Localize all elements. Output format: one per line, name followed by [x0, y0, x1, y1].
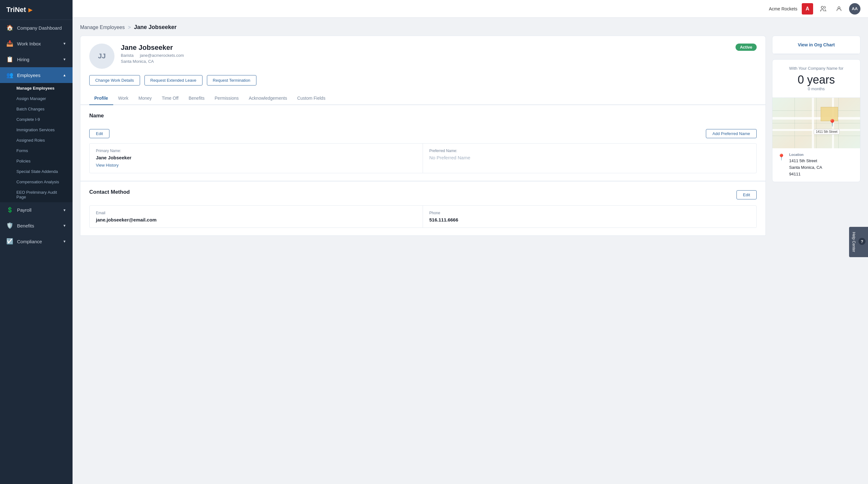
- breadcrumb-parent[interactable]: Manage Employees: [80, 25, 125, 30]
- name-section-title: Name: [89, 113, 104, 119]
- preferred-name-cell: Preferred Name: No Preferred Name: [423, 144, 756, 173]
- sidebar-item-label: Payroll: [17, 207, 59, 213]
- request-termination-button[interactable]: Request Termination: [207, 75, 256, 86]
- sub-nav-eeo[interactable]: EEO Preliminary Audit Page: [0, 187, 72, 202]
- help-question-icon: ?: [859, 238, 866, 245]
- chevron-down-icon: ▼: [63, 208, 66, 212]
- name-section: Name Edit Add Preferred Name Primary Nam…: [80, 105, 766, 181]
- employees-sub-nav: Manage Employees Assign Manager Batch Ch…: [0, 83, 72, 202]
- email-label: Email: [96, 211, 416, 215]
- logo-area: TriNet ▶: [0, 0, 72, 20]
- tab-money[interactable]: Money: [133, 92, 157, 105]
- main-wrapper: Acme Rockets A AA Manage Employees >: [72, 0, 868, 484]
- svg-point-0: [821, 6, 824, 8]
- primary-name-label: Primary Name:: [96, 149, 416, 153]
- employee-location: Santa Monica, CA: [121, 59, 729, 64]
- chevron-up-icon: ▲: [63, 73, 66, 77]
- sub-nav-compensation[interactable]: Compensation Analysis: [0, 177, 72, 187]
- employee-title: Barista: [121, 53, 133, 58]
- help-center-tab[interactable]: ? Help Center: [849, 227, 868, 257]
- map-pin-icon: 📍: [828, 119, 836, 127]
- company-name: Acme Rockets: [769, 6, 797, 11]
- sidebar-item-payroll[interactable]: 💲 Payroll ▼: [0, 202, 72, 218]
- sidebar-item-label: Work Inbox: [17, 41, 59, 47]
- breadcrumb: Manage Employees > Jane Jobseeker: [80, 24, 861, 31]
- action-buttons: Change Work Details Request Extended Lea…: [89, 75, 757, 86]
- person-icon[interactable]: [833, 3, 845, 14]
- sub-nav-assign-manager[interactable]: Assign Manager: [0, 93, 72, 104]
- sidebar-item-employees[interactable]: 👥 Employees ▲: [0, 67, 72, 83]
- map-section: 📍 1411 5th Street 📍 Location 1411 5th St…: [772, 98, 860, 182]
- sidebar-item-benefits[interactable]: 🛡️ Benefits ▼: [0, 218, 72, 234]
- request-extended-leave-button[interactable]: Request Extended Leave: [145, 75, 203, 86]
- view-history-link[interactable]: View History: [96, 163, 119, 168]
- benefits-icon: 🛡️: [6, 222, 13, 229]
- sub-nav-immigration-services[interactable]: Immigration Services: [0, 125, 72, 135]
- location-details: Location 1411 5th Street Santa Monica, C…: [789, 153, 822, 177]
- tab-custom-fields[interactable]: Custom Fields: [292, 92, 330, 105]
- org-chart-link[interactable]: View in Org Chart: [772, 36, 860, 54]
- sub-nav-manage-employees[interactable]: Manage Employees: [0, 83, 72, 93]
- company-logo-icon: A: [802, 3, 813, 14]
- org-chart-card: View in Org Chart: [772, 36, 861, 54]
- contact-section: Contact Method Edit Email jane.jobseeker…: [80, 181, 766, 236]
- location-address: 1411 5th Street Santa Monica, CA 94111: [789, 158, 822, 177]
- sidebar-item-company-dashboard[interactable]: 🏠 Company Dashboard: [0, 20, 72, 36]
- phone-value: 516.111.6666: [429, 217, 750, 222]
- tenure-with-label: With Your Company Name for: [779, 66, 854, 71]
- contact-section-title: Contact Method: [89, 189, 130, 195]
- tab-work[interactable]: Work: [113, 92, 133, 105]
- tab-profile[interactable]: Profile: [89, 92, 113, 105]
- email-value: jane.jobseeker@email.com: [96, 217, 416, 222]
- location-info: 📍 Location 1411 5th Street Santa Monica,…: [772, 148, 860, 182]
- sub-nav-special-state[interactable]: Special State Addenda: [0, 166, 72, 177]
- sub-nav-forms[interactable]: Forms: [0, 146, 72, 156]
- hiring-icon: 📋: [6, 56, 13, 63]
- sidebar-item-label: Compliance: [17, 239, 59, 244]
- tenure-card: With Your Company Name for 0 years 0 mon…: [772, 59, 861, 182]
- phone-label: Phone: [429, 211, 750, 215]
- employee-header: JJ Jane Jobseeker Barista jane@acmerocke…: [80, 36, 766, 92]
- page-body: JJ Jane Jobseeker Barista jane@acmerocke…: [80, 36, 861, 236]
- preferred-name-value: No Preferred Name: [429, 155, 750, 160]
- tab-time-off[interactable]: Time Off: [157, 92, 184, 105]
- side-panel: View in Org Chart With Your Company Name…: [772, 36, 861, 236]
- tabs-bar: Profile Work Money Time Off Benefits Per…: [80, 92, 766, 105]
- tab-permissions[interactable]: Permissions: [210, 92, 244, 105]
- employee-info: Jane Jobseeker Barista jane@acmerockets.…: [121, 43, 729, 64]
- employees-icon: 👥: [6, 71, 13, 79]
- chevron-down-icon: ▼: [63, 57, 66, 61]
- employee-email: jane@acmerockets.com: [140, 53, 184, 58]
- sidebar-item-hiring[interactable]: 📋 Hiring ▼: [0, 52, 72, 67]
- tenure-months: 0 months: [779, 86, 854, 91]
- map-road: [812, 98, 814, 148]
- sidebar-item-label: Employees: [17, 72, 59, 78]
- sidebar-item-label: Company Dashboard: [17, 25, 66, 31]
- add-preferred-name-button[interactable]: Add Preferred Name: [706, 129, 757, 138]
- sub-nav-assigned-roles[interactable]: Assigned Roles: [0, 135, 72, 146]
- location-pin-icon: 📍: [777, 153, 785, 161]
- main-content: JJ Jane Jobseeker Barista jane@acmerocke…: [80, 36, 766, 236]
- map-address-label: 1411 5th Street: [814, 129, 840, 134]
- help-center-label: Help Center: [851, 232, 856, 252]
- sidebar-item-compliance[interactable]: ☑️ Compliance ▼: [0, 234, 72, 249]
- sidebar-item-work-inbox[interactable]: 📥 Work Inbox ▼: [0, 36, 72, 52]
- tab-acknowledgements[interactable]: Acknowledgements: [244, 92, 292, 105]
- location-label: Location: [789, 153, 822, 156]
- map-placeholder: 📍 1411 5th Street: [772, 98, 860, 148]
- chevron-down-icon: ▼: [63, 224, 66, 228]
- tab-benefits[interactable]: Benefits: [184, 92, 210, 105]
- name-edit-button[interactable]: Edit: [89, 129, 110, 138]
- contact-edit-button[interactable]: Edit: [737, 190, 757, 200]
- change-work-details-button[interactable]: Change Work Details: [89, 75, 140, 86]
- chevron-down-icon: ▼: [63, 240, 66, 243]
- sub-nav-complete-i9[interactable]: Complete I-9: [0, 114, 72, 125]
- user-avatar[interactable]: AA: [849, 3, 861, 14]
- contact-grid: Email jane.jobseeker@email.com Phone 516…: [89, 205, 757, 228]
- team-icon[interactable]: [817, 3, 829, 14]
- sub-nav-batch-changes[interactable]: Batch Changes: [0, 104, 72, 114]
- chevron-down-icon: ▼: [63, 42, 66, 46]
- name-grid: Primary Name: Jane Jobseeker View Histor…: [89, 143, 757, 173]
- sub-nav-policies[interactable]: Policies: [0, 156, 72, 166]
- map-grid: [838, 98, 839, 148]
